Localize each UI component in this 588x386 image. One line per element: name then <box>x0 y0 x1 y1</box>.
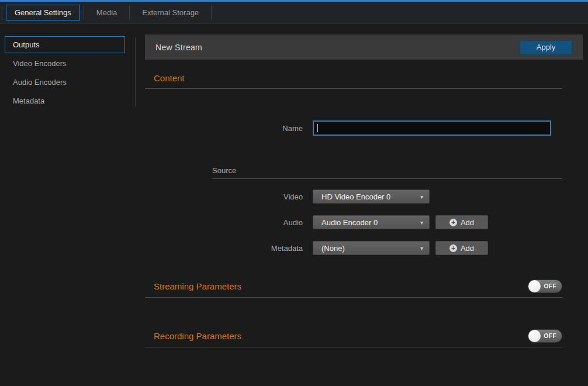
tab-label: External Storage <box>142 8 199 17</box>
metadata-source-dropdown[interactable]: (None) ▾ <box>313 241 430 255</box>
tab-label: General Settings <box>15 8 71 17</box>
video-label: Video <box>145 192 313 201</box>
sidebar-item-audio-encoders[interactable]: Audio Encoders <box>5 74 125 91</box>
dropdown-selected-value: (None) <box>321 244 345 253</box>
dropdown-selected-value: HD Video Encoder 0 <box>321 192 390 201</box>
content-section-title: Content <box>154 73 185 83</box>
add-metadata-button[interactable]: + Add <box>435 241 488 255</box>
metadata-source-row: Metadata (None) ▾ + Add <box>145 241 562 255</box>
streaming-parameters-toggle[interactable]: OFF <box>528 280 562 293</box>
recording-parameters-toggle[interactable]: OFF <box>528 329 562 343</box>
recording-parameters-title: Recording Parameters <box>154 331 241 341</box>
section-divider <box>145 297 562 298</box>
sidebar-item-metadata[interactable]: Metadata <box>5 92 125 109</box>
plus-icon: + <box>449 219 457 226</box>
body-row: Outputs Video Encoders Audio Encoders Me… <box>0 24 588 386</box>
add-audio-button[interactable]: + Add <box>435 215 488 229</box>
tab-media[interactable]: Media <box>88 5 126 20</box>
dropdown-selected-value: Audio Encoder 0 <box>321 218 378 227</box>
main-tab-bar: General Settings Media External Storage <box>0 2 588 24</box>
tab-separator <box>2 6 2 20</box>
sidebar-item-outputs[interactable]: Outputs <box>5 36 125 53</box>
apply-button[interactable]: Apply <box>520 40 572 54</box>
source-subsection: Source <box>212 166 562 179</box>
section-divider <box>145 347 562 347</box>
chevron-down-icon: ▾ <box>420 245 423 251</box>
toggle-state-label: OFF <box>544 333 557 339</box>
audio-source-dropdown[interactable]: Audio Encoder 0 ▾ <box>313 215 430 229</box>
streaming-parameters-title: Streaming Parameters <box>154 281 241 291</box>
add-button-label: Add <box>461 244 474 253</box>
chevron-down-icon: ▾ <box>420 219 423 226</box>
plus-icon: + <box>449 244 457 252</box>
source-divider <box>212 178 562 179</box>
toggle-knob <box>528 330 541 342</box>
name-label: Name <box>145 124 313 133</box>
app-window: General Settings Media External Storage … <box>0 0 588 386</box>
sidebar-divider <box>135 37 136 106</box>
chevron-down-icon: ▾ <box>420 194 423 200</box>
audio-source-row: Audio Audio Encoder 0 ▾ + Add <box>145 215 562 229</box>
sidebar: Outputs Video Encoders Audio Encoders Me… <box>0 24 136 386</box>
main-panel: New Stream Apply Content Name Source <box>136 24 588 386</box>
tab-external-storage[interactable]: External Storage <box>133 5 207 20</box>
stream-header-bar: New Stream Apply <box>145 35 583 60</box>
video-source-dropdown[interactable]: HD Video Encoder 0 ▾ <box>313 189 430 204</box>
metadata-label: Metadata <box>145 244 313 253</box>
name-field-row: Name <box>145 120 562 136</box>
toggle-knob <box>528 280 541 292</box>
audio-label: Audio <box>145 218 313 227</box>
sidebar-item-video-encoders[interactable]: Video Encoders <box>5 55 125 72</box>
toggle-state-label: OFF <box>544 283 557 290</box>
page-title: New Stream <box>155 43 202 52</box>
name-input[interactable] <box>313 120 551 136</box>
tab-general-settings[interactable]: General Settings <box>6 5 80 20</box>
tab-separator <box>211 6 212 20</box>
content-area: Content Name Source Video <box>145 73 562 347</box>
section-divider <box>145 88 562 89</box>
recording-parameters-section: Recording Parameters OFF <box>145 329 562 343</box>
streaming-parameters-section: Streaming Parameters OFF <box>145 280 562 293</box>
video-source-row: Video HD Video Encoder 0 ▾ <box>145 189 562 204</box>
tab-separator <box>129 6 130 20</box>
tab-label: Media <box>96 8 117 17</box>
source-label: Source <box>212 166 562 175</box>
tab-separator <box>84 6 84 20</box>
add-button-label: Add <box>461 218 474 227</box>
text-cursor <box>317 124 318 132</box>
